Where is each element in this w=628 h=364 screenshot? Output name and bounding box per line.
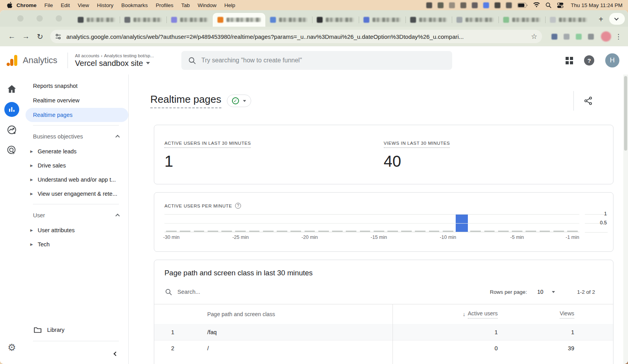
extension-icon[interactable] <box>576 34 582 40</box>
page-scrollbar[interactable] <box>623 75 628 364</box>
statusbar-app-icon[interactable] <box>449 2 455 8</box>
google-apps-icon[interactable] <box>566 57 573 64</box>
menu-item-chrome[interactable]: Chrome <box>14 2 40 8</box>
help-icon[interactable]: ? <box>584 55 594 66</box>
collapse-sidebar-button[interactable] <box>24 344 128 364</box>
breadcrumb-root[interactable]: All accounts <box>75 53 99 58</box>
sidebar-item-reports-snapshot[interactable]: Reports snapshot <box>24 79 128 93</box>
sidebar-item-generate-leads[interactable]: ▶Generate leads <box>24 144 128 158</box>
menu-item-tab[interactable]: Tab <box>177 2 194 8</box>
control-center-icon[interactable] <box>557 2 564 8</box>
menu-item-profiles[interactable]: Profiles <box>152 2 177 8</box>
sidebar-item-tech[interactable]: ▶Tech <box>24 237 128 251</box>
metric-label[interactable]: ACTIVE USERS IN LAST 30 MINUTES <box>164 141 251 148</box>
zoom-window-button[interactable] <box>56 15 62 22</box>
report-status-dropdown[interactable]: ✓ <box>227 95 251 107</box>
statusbar-app-icon[interactable] <box>426 2 432 8</box>
extension-icon[interactable] <box>564 34 570 40</box>
tab-active[interactable] <box>213 13 265 27</box>
advertising-nav-icon[interactable] <box>4 143 19 158</box>
sidebar-section-business-objectives[interactable]: Business objectives <box>24 129 128 144</box>
explore-nav-icon[interactable] <box>4 122 19 137</box>
menu-item-history[interactable]: History <box>93 2 117 8</box>
menu-item-file[interactable]: File <box>40 2 57 8</box>
ga-search-bar[interactable] <box>181 51 452 70</box>
rows-per-page-control[interactable]: Rows per page: 10 <box>490 289 555 295</box>
menu-item-window[interactable]: Window <box>194 2 220 8</box>
reports-nav-icon[interactable] <box>4 102 19 117</box>
menu-item-help[interactable]: Help <box>220 2 239 8</box>
wifi-icon[interactable] <box>533 2 540 8</box>
expand-triangle-icon[interactable]: ▶ <box>30 242 33 246</box>
minimize-window-button[interactable] <box>37 15 43 22</box>
forward-button[interactable]: → <box>20 30 32 43</box>
sidebar-item-understand-web-and-or-app-t[interactable]: ▶Understand web and/or app t... <box>24 173 128 187</box>
column-header-views[interactable]: Views <box>498 310 574 318</box>
statusbar-app-icon[interactable] <box>483 2 489 8</box>
tab[interactable] <box>120 13 166 27</box>
tab[interactable] <box>166 13 213 27</box>
tab[interactable] <box>265 13 312 27</box>
url-text[interactable]: analytics.google.com/analytics/web/?auth… <box>66 33 528 40</box>
tab[interactable] <box>545 13 592 27</box>
account-avatar[interactable]: H <box>605 53 619 67</box>
apple-logo-icon[interactable] <box>5 2 14 8</box>
statusbar-app-icon[interactable] <box>438 2 444 8</box>
scrollbar-thumb[interactable] <box>624 76 627 151</box>
expand-triangle-icon[interactable]: ▶ <box>30 149 33 153</box>
statusbar-app-icon[interactable] <box>495 2 500 8</box>
sidebar-item-drive-sales[interactable]: ▶Drive sales <box>24 158 128 173</box>
close-window-button[interactable] <box>17 15 24 22</box>
sidebar-item-realtime-pages[interactable]: Realtime pages <box>26 108 128 122</box>
tab-search-button[interactable] <box>609 13 625 25</box>
tab[interactable] <box>312 13 359 27</box>
back-button[interactable]: ← <box>5 30 18 43</box>
home-nav-icon[interactable] <box>4 82 19 96</box>
property-selector[interactable]: Vercel sandbox site <box>75 59 154 68</box>
tab[interactable] <box>498 13 545 27</box>
menubar-clock[interactable]: Thu 15 May 11:24 PM <box>571 2 623 8</box>
extension-icon[interactable] <box>588 34 594 40</box>
tab[interactable] <box>452 13 498 27</box>
statusbar-app-icon[interactable] <box>506 2 512 8</box>
extension-icon[interactable] <box>551 34 557 40</box>
tab[interactable] <box>359 13 405 27</box>
expand-triangle-icon[interactable]: ▶ <box>30 164 33 167</box>
share-icon[interactable] <box>584 96 593 105</box>
menu-item-bookmarks[interactable]: Bookmarks <box>117 2 152 8</box>
expand-triangle-icon[interactable]: ▶ <box>30 178 33 182</box>
sidebar-section-user[interactable]: User <box>24 207 128 223</box>
admin-gear-icon[interactable]: ⚙ <box>7 342 16 364</box>
column-header-active-users[interactable]: ↓ Active users <box>392 310 498 318</box>
expand-triangle-icon[interactable]: ▶ <box>30 228 33 232</box>
sidebar-item-user-attributes[interactable]: ▶User attributes <box>24 223 128 237</box>
table-row[interactable]: 2 / 0 39 <box>154 340 613 356</box>
chrome-menu-icon[interactable]: ⋮ <box>613 33 624 41</box>
battery-icon[interactable] <box>517 3 528 8</box>
browser-profile-avatar[interactable] <box>601 31 611 42</box>
help-tooltip-icon[interactable]: ? <box>235 203 241 209</box>
sidebar-item-library[interactable]: Library <box>24 322 128 338</box>
expand-triangle-icon[interactable]: ▶ <box>30 192 33 196</box>
menu-item-edit[interactable]: Edit <box>57 2 74 8</box>
table-row[interactable]: 1 /faq 1 1 <box>154 324 613 340</box>
bookmark-star-icon[interactable]: ☆ <box>528 32 537 41</box>
analytics-logo[interactable]: Analytics <box>6 54 57 67</box>
page-title[interactable]: Realtime pages <box>150 93 221 108</box>
ga-search-input[interactable] <box>201 57 445 64</box>
statusbar-app-icon[interactable] <box>460 2 466 8</box>
menu-item-view[interactable]: View <box>74 2 93 8</box>
rows-per-page-value[interactable]: 10 <box>537 289 544 295</box>
tab[interactable] <box>405 13 452 27</box>
reload-button[interactable]: ↻ <box>34 30 46 43</box>
breadcrumb-account[interactable]: Analytics testing bot/sp... <box>104 53 154 58</box>
address-bar[interactable]: analytics.google.com/analytics/web/?auth… <box>50 30 542 43</box>
tab[interactable] <box>73 13 120 27</box>
statusbar-app-icon[interactable] <box>472 2 478 8</box>
spotlight-search-icon[interactable] <box>546 2 551 8</box>
metric-label[interactable]: VIEWS IN LAST 30 MINUTES <box>384 141 450 148</box>
site-settings-icon[interactable] <box>55 34 62 40</box>
sidebar-item-view-user-engagement-rete[interactable]: ▶View user engagement & rete... <box>24 187 128 201</box>
table-search-input[interactable] <box>177 289 295 295</box>
sidebar-item-realtime-overview[interactable]: Realtime overview <box>24 93 128 107</box>
